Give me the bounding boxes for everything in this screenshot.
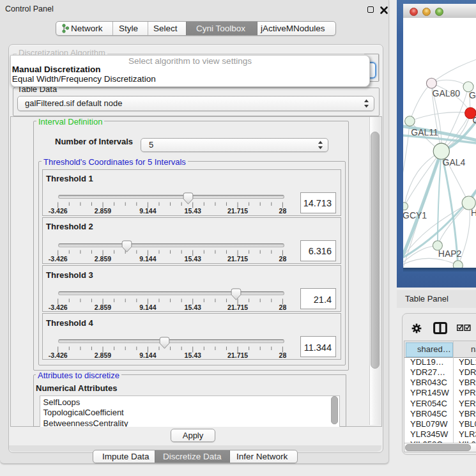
- svg-text:CY: CY: [473, 115, 476, 125]
- svg-text:GAL80: GAL80: [433, 88, 461, 98]
- svg-text:GAL3: GAL3: [469, 90, 476, 100]
- svg-text:HAP2: HAP2: [438, 249, 462, 259]
- svg-text:GAL4: GAL4: [443, 157, 466, 167]
- svg-text:GAL11: GAL11: [411, 127, 438, 137]
- svg-text:HA: HA: [471, 208, 476, 218]
- svg-text:GCY1: GCY1: [403, 210, 427, 220]
